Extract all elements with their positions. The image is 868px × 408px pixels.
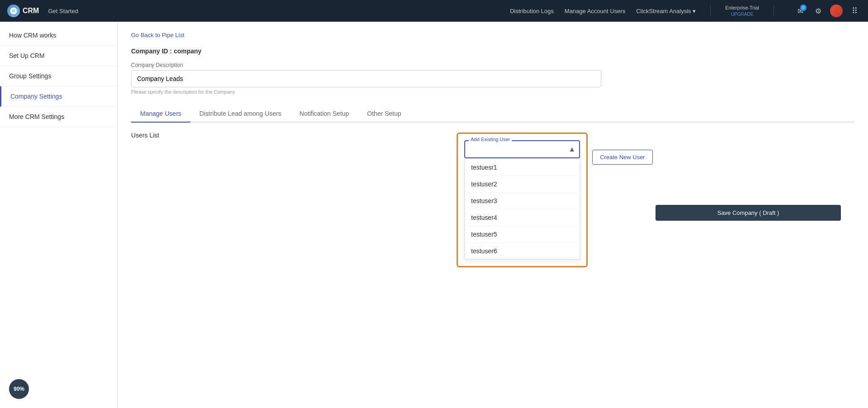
company-id-value: company (174, 47, 201, 55)
sidebar-item-company-settings[interactable]: Company Settings (0, 86, 117, 107)
settings-icon[interactable]: ⚙ (812, 5, 825, 17)
tab-distribute-lead[interactable]: Distribute Lead among Users (190, 105, 290, 123)
save-company-draft-button[interactable]: Save Company ( Draft ) (656, 205, 841, 221)
add-existing-user-wrapper: Add Existing User ▲ testuesr1 testuser2 … (464, 140, 580, 260)
company-description-label: Company Description (131, 62, 854, 68)
sidebar-item-group-settings[interactable]: Group Settings (0, 66, 117, 86)
tab-other-setup[interactable]: Other Setup (358, 105, 410, 123)
sidebar-item-how-crm-works[interactable]: How CRM works (0, 25, 117, 46)
nav-divider (710, 5, 711, 16)
notifications-icon[interactable]: ✉ 0 (794, 5, 807, 17)
sidebar: How CRM works Set Up CRM Group Settings … (0, 22, 118, 408)
nav-divider-2 (774, 5, 774, 16)
create-new-user-button[interactable]: Create New User (592, 150, 653, 165)
dropdown-item-user4[interactable]: testuser4 (465, 209, 580, 226)
trial-info: Enterprise-Trial UPGRADE (725, 5, 759, 17)
manage-account-users-link[interactable]: Manage Account Users (565, 8, 625, 14)
add-existing-user-panel: Add Existing User ▲ testuesr1 testuser2 … (457, 133, 588, 267)
dropdown-item-user2[interactable]: testuser2 (465, 176, 580, 193)
clickstream-analysis-link[interactable]: ClickStream Analysis (636, 8, 696, 14)
nav-icons: ✉ 0 ⚙ ⠿ (794, 5, 861, 17)
tab-manage-users[interactable]: Manage Users (131, 105, 190, 123)
dropdown-item-user5[interactable]: testuser5 (465, 226, 580, 243)
get-started-link[interactable]: Get Started (48, 8, 78, 14)
add-existing-input[interactable] (464, 140, 580, 158)
main-content: Go Back to Pipe List Company ID : compan… (118, 22, 868, 408)
progress-badge[interactable]: 90% (9, 379, 29, 399)
trial-label: Enterprise-Trial (725, 5, 759, 11)
distribution-logs-link[interactable]: Distribution Logs (510, 8, 554, 14)
avatar-icon[interactable] (830, 5, 843, 17)
upgrade-link[interactable]: UPGRADE (725, 11, 759, 17)
dropdown-item-user3[interactable]: testuser3 (465, 193, 580, 209)
sidebar-item-more-crm-settings[interactable]: More CRM Settings (0, 107, 117, 127)
tabs-bar: Manage Users Distribute Lead among Users… (131, 105, 854, 123)
company-description-hint: Please specify the description for the C… (131, 89, 854, 95)
tab-notification-setup[interactable]: Notification Setup (290, 105, 358, 123)
dropdown-item-user1[interactable]: testuesr1 (465, 159, 580, 176)
top-navigation: CRM Get Started Distribution Logs Manage… (0, 0, 868, 22)
add-existing-label: Add Existing User (469, 137, 512, 142)
nav-links: Distribution Logs Manage Account Users C… (510, 5, 861, 17)
company-description-field: Company Description Please specify the d… (131, 62, 854, 95)
dropdown-item-user6[interactable]: testuser6 (465, 243, 580, 259)
sidebar-item-set-up-crm[interactable]: Set Up CRM (0, 46, 117, 66)
back-link[interactable]: Go Back to Pipe List (131, 32, 184, 38)
user-dropdown-list: testuesr1 testuser2 testuser3 testuser4 … (464, 159, 580, 260)
company-description-input[interactable] (131, 70, 601, 87)
logo[interactable]: CRM (7, 5, 39, 17)
logo-icon (7, 5, 20, 17)
company-id-label: Company ID : (131, 47, 172, 55)
company-id-row: Company ID : company (131, 47, 854, 55)
notification-badge: 0 (800, 5, 807, 11)
layout: How CRM works Set Up CRM Group Settings … (0, 22, 868, 408)
grid-icon[interactable]: ⠿ (848, 5, 861, 17)
logo-text: CRM (23, 7, 39, 15)
